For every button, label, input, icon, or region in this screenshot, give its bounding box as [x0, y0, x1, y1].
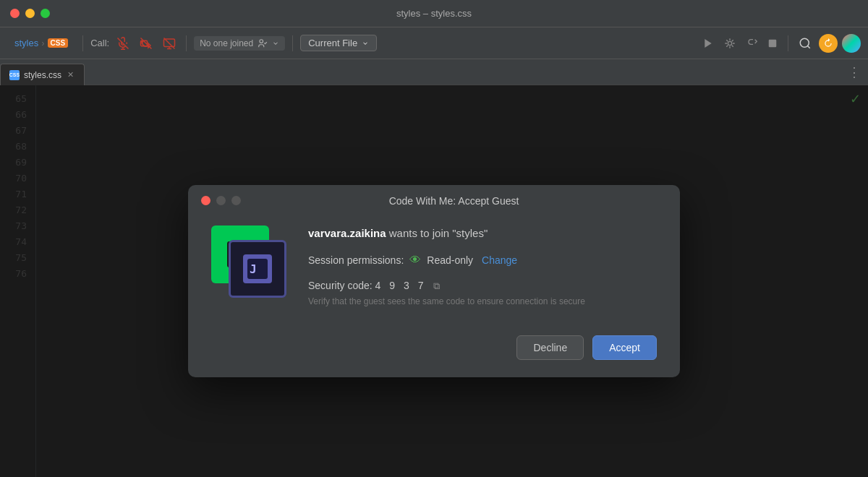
logo-front: J — [229, 240, 286, 298]
accept-guest-modal: Code With Me: Accept Guest </> — [188, 185, 680, 377]
modal-close-button[interactable] — [201, 196, 210, 205]
modal-titlebar: Code With Me: Accept Guest — [188, 185, 680, 214]
debug-button[interactable] — [721, 36, 739, 51]
toolbar-divider-2 — [186, 35, 187, 51]
toolbar-divider-4 — [788, 35, 788, 51]
run-button[interactable] — [699, 36, 717, 51]
update-button[interactable] — [819, 34, 838, 53]
decline-button[interactable]: Decline — [516, 335, 584, 360]
tab-more-button[interactable]: ⋮ — [841, 59, 868, 85]
svg-point-13 — [800, 38, 809, 47]
join-message: wants to join "styles" — [386, 227, 488, 239]
modal-traffic-lights — [201, 196, 241, 205]
modal-info: varvara.zaikina wants to join "styles" S… — [308, 225, 657, 306]
minimize-button[interactable] — [25, 9, 35, 18]
traffic-lights — [10, 9, 50, 18]
svg-rect-12 — [769, 39, 777, 47]
tab-styles-css[interactable]: CSS styles.css ✕ — [0, 64, 85, 85]
no-one-joined-button[interactable]: No one joined — [194, 36, 285, 51]
step-over-button[interactable] — [743, 36, 760, 51]
toolbar-divider-1 — [82, 35, 83, 51]
modal-body: </> J varvara. — [188, 214, 680, 327]
eye-icon: 👁 — [409, 254, 421, 267]
copy-icon[interactable]: ⧉ — [433, 280, 440, 291]
modal-logo: </> J — [211, 225, 291, 305]
camera-button[interactable] — [137, 35, 156, 51]
mute-button[interactable] — [114, 35, 132, 51]
toolbar: styles › CSS Call: No one joined — [0, 27, 868, 59]
title-bar: styles – styles.css — [0, 0, 868, 27]
breadcrumb-separator: › — [41, 38, 44, 48]
breadcrumb-css-icon: CSS — [48, 38, 69, 48]
jetbrains-logo[interactable] — [842, 34, 861, 53]
svg-point-11 — [728, 41, 731, 45]
toolbar-divider-3 — [292, 35, 293, 51]
modal-title: Code With Me: Accept Guest — [241, 195, 667, 207]
close-button[interactable] — [10, 9, 20, 18]
modal-overlay: Code With Me: Accept Guest </> — [0, 85, 868, 477]
svg-line-14 — [807, 46, 809, 48]
screen-share-button[interactable] — [160, 35, 179, 51]
editor-area: 65 66 67 68 69 70 71 72 73 74 75 76 ✓ Co… — [0, 85, 868, 477]
tab-bar: CSS styles.css ✕ ⋮ — [0, 59, 868, 85]
call-label: Call: — [90, 38, 109, 48]
current-file-button[interactable]: Current File — [300, 35, 377, 51]
permissions-row: Session permissions: 👁 Read-only Change — [308, 254, 657, 267]
accept-button[interactable]: Accept — [592, 335, 657, 360]
guest-username: varvara.zaikina — [308, 227, 386, 239]
window-title: styles – styles.css — [396, 8, 472, 19]
current-file-label: Current File — [308, 38, 357, 48]
tab-file-icon: CSS — [9, 70, 20, 80]
join-text: varvara.zaikina wants to join "styles" — [308, 225, 657, 241]
svg-marker-10 — [705, 39, 711, 48]
permissions-value: Read-only — [427, 254, 473, 266]
security-code: 4 9 3 7 — [375, 280, 427, 291]
security-label: Security code: — [308, 280, 373, 291]
security-row: Security code: 4 9 3 7 ⧉ — [308, 280, 657, 292]
logo-icon: J — [243, 254, 272, 283]
modal-maximize-button[interactable] — [231, 196, 241, 205]
permissions-label: Session permissions: — [308, 254, 404, 266]
svg-point-9 — [260, 39, 263, 43]
toolbar-right — [699, 34, 861, 53]
modal-minimize-button[interactable] — [216, 196, 226, 205]
tab-label: styles.css — [24, 70, 61, 80]
security-hint: Verify that the guest sees the same code… — [308, 296, 657, 306]
maximize-button[interactable] — [41, 9, 50, 18]
breadcrumb-root[interactable]: styles — [14, 38, 38, 48]
breadcrumb: styles › CSS — [7, 38, 75, 48]
change-permissions-link[interactable]: Change — [482, 254, 517, 266]
tab-close-button[interactable]: ✕ — [66, 70, 75, 80]
svg-text:J: J — [250, 262, 257, 276]
modal-footer: Decline Accept — [188, 327, 680, 377]
stop-button[interactable] — [765, 37, 780, 50]
no-one-joined-label: No one joined — [200, 38, 253, 48]
search-button[interactable] — [796, 35, 814, 51]
